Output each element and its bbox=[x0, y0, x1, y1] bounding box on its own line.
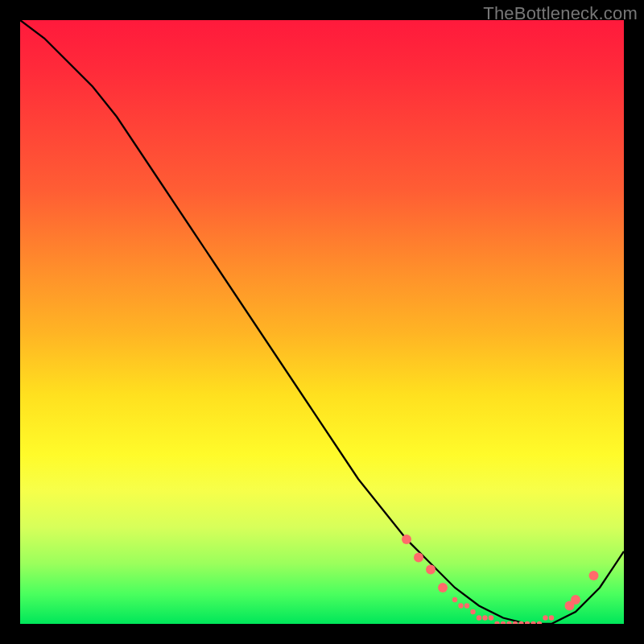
data-point-marker bbox=[426, 565, 436, 575]
data-point-marker bbox=[477, 615, 481, 620]
chart-frame: TheBottleneck.com bbox=[0, 0, 644, 644]
data-point-marker bbox=[464, 603, 469, 608]
data-point-marker bbox=[513, 621, 518, 624]
chart-svg bbox=[20, 20, 624, 624]
data-point-marker bbox=[549, 615, 554, 620]
gradient-plot-area bbox=[20, 20, 624, 624]
data-point-marker bbox=[589, 571, 599, 580]
watermark-text: TheBottleneck.com bbox=[483, 3, 638, 24]
data-point-marker bbox=[506, 621, 511, 624]
marker-group bbox=[402, 535, 599, 624]
data-point-marker bbox=[414, 553, 423, 563]
data-point-marker bbox=[537, 621, 542, 624]
data-point-marker bbox=[565, 601, 575, 611]
data-point-marker bbox=[530, 621, 535, 624]
data-point-marker bbox=[402, 535, 411, 544]
data-point-marker bbox=[452, 597, 457, 602]
data-point-marker bbox=[482, 615, 487, 620]
bottleneck-curve bbox=[20, 20, 624, 624]
data-point-marker bbox=[501, 621, 506, 624]
data-point-marker bbox=[518, 621, 523, 624]
data-point-marker bbox=[458, 603, 463, 608]
data-point-marker bbox=[470, 609, 475, 614]
data-point-marker bbox=[543, 615, 547, 620]
data-point-marker bbox=[571, 595, 580, 605]
data-point-marker bbox=[494, 621, 499, 624]
data-point-marker bbox=[489, 615, 493, 620]
data-point-marker bbox=[525, 621, 530, 624]
data-point-marker bbox=[438, 583, 448, 592]
